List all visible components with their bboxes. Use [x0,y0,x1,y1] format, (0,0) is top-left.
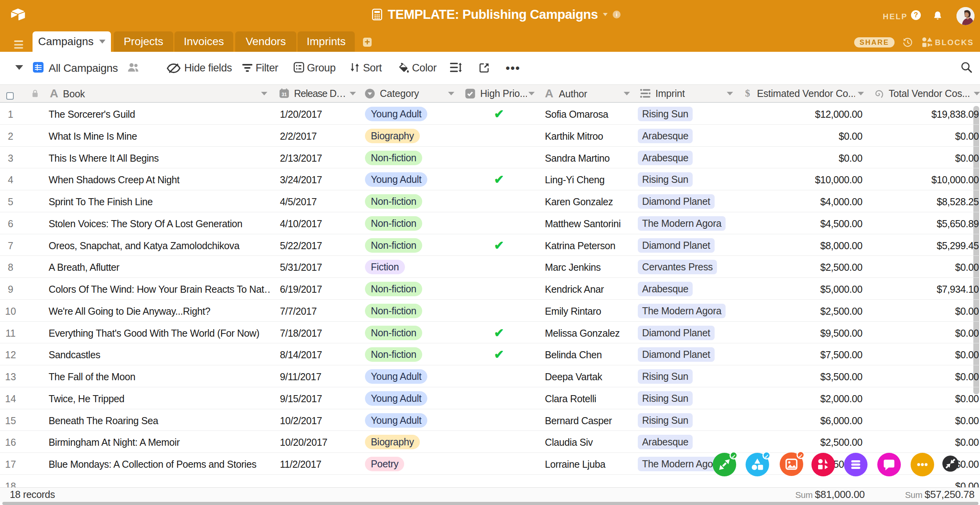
svg-text:$: $ [745,88,750,99]
svg-text:31: 31 [282,92,287,97]
